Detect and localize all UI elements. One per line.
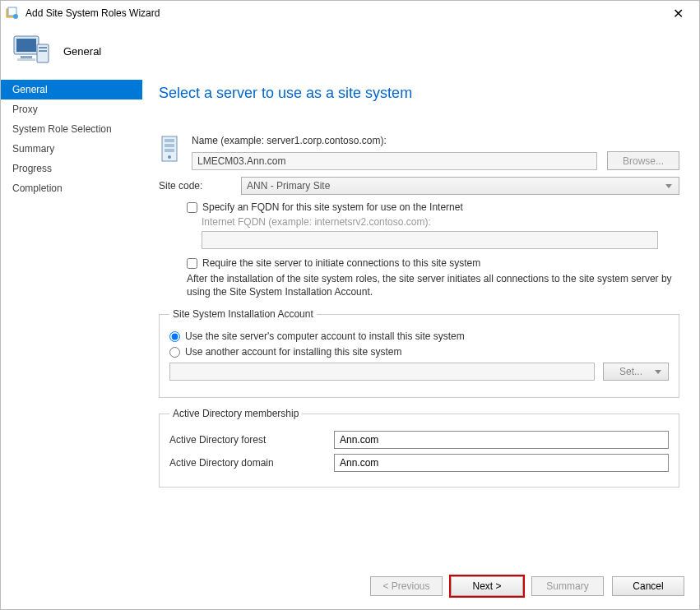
wizard-nav: General Proxy System Role Selection Summ…	[1, 76, 142, 561]
svg-point-14	[168, 155, 171, 159]
require-checkbox[interactable]	[187, 258, 197, 269]
name-label: Name (example: server1.corp.contoso.com)…	[192, 135, 679, 146]
site-code-dropdown[interactable]: ANN - Primary Site	[241, 177, 679, 195]
site-code-label: Site code:	[159, 180, 241, 192]
wizard-footer: < Previous Next > Summary Cancel	[1, 563, 699, 609]
wizard-page: Select a server to use as a site system …	[142, 76, 699, 561]
nav-proxy[interactable]: Proxy	[1, 99, 142, 119]
server-name-input[interactable]	[192, 152, 597, 170]
computer-icon	[9, 31, 52, 71]
previous-button: < Previous	[370, 576, 443, 596]
wizard-header: General	[1, 25, 699, 76]
ad-domain-input[interactable]	[334, 454, 669, 472]
nav-system-role-selection[interactable]: System Role Selection	[1, 119, 142, 139]
nav-progress[interactable]: Progress	[1, 159, 142, 178]
svg-rect-8	[39, 47, 47, 49]
window-title: Add Site System Roles Wizard	[25, 7, 661, 19]
svg-rect-9	[39, 50, 47, 52]
nav-completion[interactable]: Completion	[1, 178, 142, 198]
cancel-button[interactable]: Cancel	[612, 576, 684, 596]
svg-rect-13	[165, 149, 174, 152]
ad-membership-legend: Active Directory membership	[169, 408, 302, 419]
require-description: After the installation of the site syste…	[187, 272, 679, 298]
internet-fqdn-input	[202, 231, 658, 249]
ad-membership-group: Active Directory membership Active Direc…	[159, 408, 679, 488]
svg-rect-11	[165, 139, 174, 142]
titlebar: Add Site System Roles Wizard ✕	[1, 1, 699, 25]
nav-summary[interactable]: Summary	[1, 139, 142, 159]
close-icon[interactable]: ✕	[661, 6, 694, 21]
radio-computer-account-input[interactable]	[169, 331, 180, 342]
radio-other-account-input[interactable]	[169, 347, 180, 358]
radio-computer-account-label: Use the site server's computer account t…	[185, 330, 465, 342]
installation-account-legend: Site System Installation Account	[169, 308, 317, 320]
require-checkbox-label: Require the site server to initiate conn…	[202, 257, 480, 269]
set-account-button: Set...	[603, 363, 669, 381]
ad-domain-label: Active Directory domain	[169, 457, 334, 469]
next-button[interactable]: Next >	[451, 576, 523, 596]
installation-account-group: Site System Installation Account Use the…	[159, 308, 679, 398]
server-icon	[159, 135, 182, 164]
wizard-app-icon	[6, 7, 19, 20]
ad-forest-label: Active Directory forest	[169, 434, 334, 446]
account-name-input	[169, 363, 595, 381]
require-checkbox-row[interactable]: Require the site server to initiate conn…	[187, 257, 679, 269]
fqdn-checkbox-row[interactable]: Specify an FQDN for this site system for…	[187, 201, 679, 213]
radio-other-account-label: Use another account for installing this …	[185, 346, 401, 358]
page-title: Select a server to use as a site system	[159, 85, 679, 102]
fqdn-checkbox-label: Specify an FQDN for this site system for…	[202, 201, 463, 213]
svg-rect-4	[16, 39, 36, 52]
svg-rect-6	[17, 58, 35, 61]
radio-computer-account[interactable]: Use the site server's computer account t…	[169, 330, 669, 342]
header-title: General	[63, 45, 101, 58]
nav-general[interactable]: General	[1, 80, 142, 99]
svg-point-2	[13, 14, 18, 19]
svg-rect-12	[165, 144, 174, 147]
fqdn-checkbox[interactable]	[187, 202, 197, 213]
ad-forest-input[interactable]	[334, 431, 669, 449]
summary-button: Summary	[531, 576, 604, 596]
svg-rect-5	[21, 56, 32, 58]
radio-other-account[interactable]: Use another account for installing this …	[169, 346, 669, 358]
internet-fqdn-label: Internet FQDN (example: internetsrv2.con…	[202, 216, 679, 228]
browse-button: Browse...	[607, 151, 679, 170]
